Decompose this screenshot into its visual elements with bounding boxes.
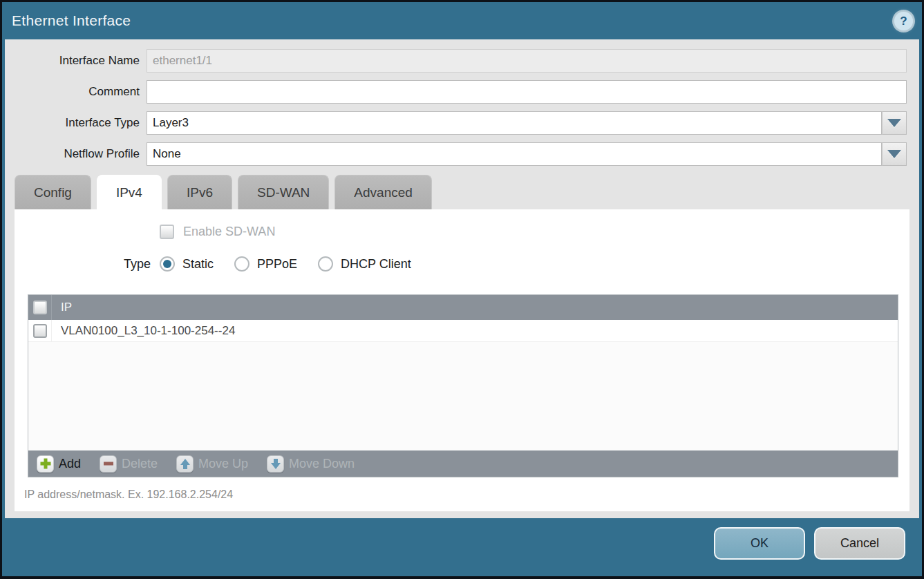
tab-ipv4[interactable]: IPv4 bbox=[97, 175, 162, 209]
move-down-button[interactable]: Move Down bbox=[267, 455, 355, 473]
chevron-down-icon bbox=[887, 150, 901, 158]
interface-type-label: Interface Type bbox=[5, 111, 147, 135]
ip-format-hint: IP address/netmask. Ex. 192.168.2.254/24 bbox=[24, 488, 909, 501]
interface-type-row: Interface Type bbox=[5, 111, 919, 135]
dialog-title-bar: Ethernet Interface ? bbox=[2, 2, 922, 39]
radio-option-static[interactable]: Static bbox=[160, 256, 214, 272]
tab-config[interactable]: Config bbox=[15, 175, 91, 209]
move-down-arrow-icon bbox=[267, 455, 284, 473]
ipv4-tab-panel: Enable SD-WAN Type Static PPPoE DHCP Cli… bbox=[15, 209, 909, 511]
netflow-profile-value[interactable] bbox=[147, 142, 882, 166]
interface-name-row: Interface Name bbox=[5, 49, 919, 73]
dialog-title: Ethernet Interface bbox=[12, 12, 131, 29]
type-radio-group: Type Static PPPoE DHCP Client bbox=[15, 256, 909, 272]
ip-cell-value: VLAN0100_L3_10-1-100-254--24 bbox=[52, 324, 235, 338]
enable-sdwan-checkbox[interactable] bbox=[160, 225, 174, 239]
radio-option-pppoe[interactable]: PPPoE bbox=[234, 256, 297, 272]
ethernet-interface-dialog: Ethernet Interface ? Interface Name Comm… bbox=[0, 0, 924, 579]
radio-pppoe[interactable] bbox=[234, 256, 249, 272]
move-up-button[interactable]: Move Up bbox=[176, 455, 248, 473]
table-header: IP bbox=[28, 295, 898, 320]
row-checkbox-cell bbox=[28, 320, 52, 341]
select-all-cell bbox=[28, 295, 52, 320]
netflow-profile-label: Netflow Profile bbox=[5, 142, 147, 166]
ok-button[interactable]: OK bbox=[714, 527, 805, 560]
form-area: Interface Name Comment Interface Type bbox=[5, 39, 919, 166]
table-row[interactable]: VLAN0100_L3_10-1-100-254--24 bbox=[28, 320, 898, 342]
interface-name-label: Interface Name bbox=[5, 49, 147, 73]
row-checkbox[interactable] bbox=[33, 324, 47, 338]
radio-static[interactable] bbox=[160, 256, 175, 272]
delete-minus-icon bbox=[100, 455, 117, 473]
dialog-body: Interface Name Comment Interface Type bbox=[5, 39, 919, 518]
dialog-footer: OK Cancel bbox=[2, 518, 922, 576]
add-button[interactable]: Add bbox=[37, 455, 81, 473]
enable-sdwan-label: Enable SD-WAN bbox=[183, 225, 275, 239]
dialog-frame: Ethernet Interface ? Interface Name Comm… bbox=[2, 2, 922, 576]
interface-name-field bbox=[147, 49, 907, 73]
netflow-profile-row: Netflow Profile bbox=[5, 142, 919, 166]
delete-button[interactable]: Delete bbox=[100, 455, 158, 473]
comment-label: Comment bbox=[5, 80, 147, 104]
move-up-arrow-icon bbox=[176, 455, 194, 473]
tab-bar: Config IPv4 IPv6 SD-WAN Advanced bbox=[5, 175, 919, 209]
radio-dhcp-client[interactable] bbox=[318, 256, 333, 272]
tab-sdwan[interactable]: SD-WAN bbox=[238, 175, 329, 209]
help-icon[interactable]: ? bbox=[894, 12, 913, 30]
table-body: VLAN0100_L3_10-1-100-254--24 bbox=[28, 320, 898, 450]
interface-type-dropdown-button[interactable] bbox=[882, 111, 907, 135]
ip-address-table: IP VLAN0100_L3_10-1-100-254--24 bbox=[28, 294, 898, 477]
add-plus-icon bbox=[37, 455, 54, 473]
cancel-button[interactable]: Cancel bbox=[814, 527, 905, 560]
interface-type-value[interactable] bbox=[147, 111, 882, 135]
table-toolbar: Add Delete Move Up Move Down bbox=[28, 450, 898, 477]
type-label: Type bbox=[124, 257, 151, 272]
ip-column-header: IP bbox=[52, 301, 72, 314]
select-all-checkbox[interactable] bbox=[33, 301, 47, 314]
interface-type-dropdown[interactable] bbox=[147, 111, 907, 135]
enable-sdwan-row: Enable SD-WAN bbox=[15, 209, 909, 239]
tab-ipv6[interactable]: IPv6 bbox=[167, 175, 232, 209]
tab-advanced[interactable]: Advanced bbox=[334, 175, 432, 209]
comment-row: Comment bbox=[5, 80, 919, 104]
comment-field[interactable] bbox=[147, 80, 907, 104]
chevron-down-icon bbox=[887, 119, 901, 127]
netflow-profile-dropdown-button[interactable] bbox=[882, 142, 907, 166]
radio-option-dhcp-client[interactable]: DHCP Client bbox=[318, 256, 411, 272]
netflow-profile-dropdown[interactable] bbox=[147, 142, 907, 166]
